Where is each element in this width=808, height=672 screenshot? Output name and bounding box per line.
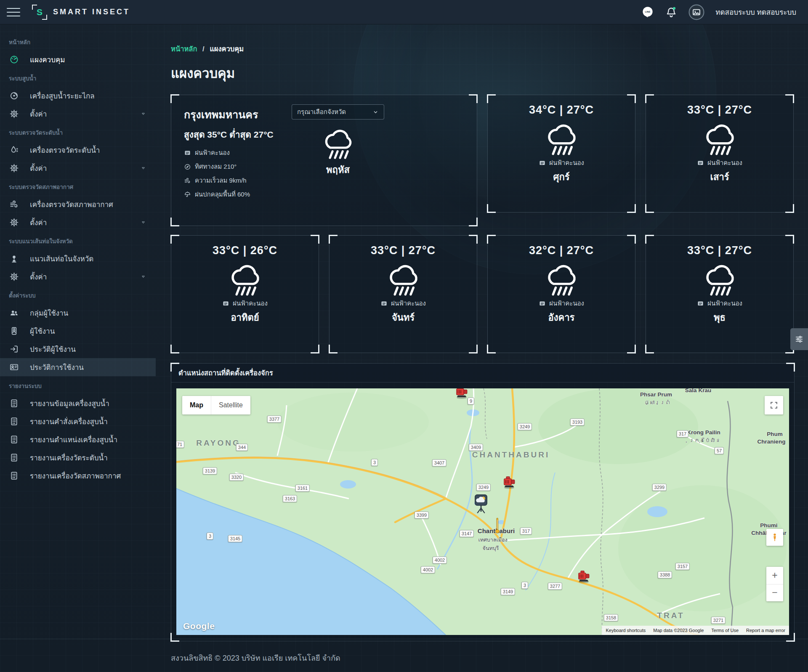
sidebar-item-label: รายงานตำแหน่งเครื่องสูบน้ำ [30,434,117,445]
map-button[interactable]: Map [182,396,211,414]
line-app-icon[interactable] [641,6,654,19]
pump-marker[interactable] [575,569,593,585]
map-place-label: Phumi [760,522,777,529]
compass-icon [184,163,191,170]
cloud-rain-icon [698,119,742,157]
satellite-button[interactable]: Satellite [211,396,250,414]
pump-icon [9,91,19,101]
road-number-badge: 4002 [433,557,447,564]
map-place-label: ក្រុងប៉ៃលិន [689,438,721,444]
pump-marker[interactable] [500,475,518,491]
map-panel-title: ตำแหน่งสถานที่ติดตั้งเครื่องจักร [171,364,794,382]
map-place-label: Phsar Prum [640,391,672,398]
map-place-label: Phum [767,431,783,437]
sidebar-item[interactable]: รายงานตำแหน่งเครื่องสูบน้ำ [0,430,156,449]
terms-of-use-link[interactable]: Terms of Use [707,628,742,633]
fullscreen-icon [769,401,779,410]
user-name: ทดสอบระบบ ทดสอบระบบ [715,6,796,18]
sidebar-item[interactable]: เครื่องตรวจวัดระดับน้ำ [0,141,156,159]
gear-icon [9,163,19,173]
road-number-badge: 3299 [652,484,667,491]
sidebar-item[interactable]: แผงควบคุม [0,50,156,69]
sidebar-item[interactable]: ประวัติการใช้งาน [0,358,156,376]
zoom-out-button[interactable]: − [766,584,783,602]
weather-marker[interactable] [472,494,490,516]
report-map-error-link[interactable]: Report a map error [742,628,789,633]
sidebar-item[interactable]: กลุ่มผู้ใช้งาน [0,304,156,322]
condition-line: ฝนฟ้าคะนอง [330,298,477,308]
gear-icon [9,218,19,227]
road-number-badge: 3377 [267,416,282,423]
pump-marker-icon [500,475,518,489]
chevron-down-icon [140,219,146,226]
road-number-badge: 4002 [421,566,435,574]
map-place-label: เทศบาลเมือง [478,536,507,544]
sidebar-nav: หน้าหลักแผงควบคุมระบบสูบน้ำเครื่องสูบน้ำ… [0,24,156,639]
map-place-label: Sala Krau [685,388,711,393]
level-marker[interactable] [494,517,500,537]
road-number-badge: 3 [371,459,378,466]
sidebar-item[interactable]: ผู้ใช้งาน [0,322,156,340]
map-place-label: Chranieng [758,438,786,445]
sidebar-item[interactable]: เครื่องสูบน้ำระยะไกล [0,87,156,105]
cloud-rain-icon [317,125,359,161]
notification-bell-icon[interactable] [665,6,678,19]
pump-marker-icon [453,388,470,399]
cloud-rain-icon [698,260,742,297]
panel-settings-tab[interactable] [790,328,808,350]
province-select[interactable]: กรุณาเลือกจังหวัด [292,104,384,120]
chevron-down-icon [140,274,146,280]
sidebar-item[interactable]: รายงานเครื่องวัดระดับน้ำ [0,449,156,467]
sidebar-item[interactable]: แนวเส้นท่อในจังหวัด [0,250,156,268]
cloud-rain-icon [223,260,267,297]
sidebar-item[interactable]: ตั้งค่า [0,213,156,231]
sidebar-section-header: ระบบตรวจวัดระดับน้ำ [0,123,156,141]
note-icon [697,300,704,307]
users-icon [9,308,19,318]
sidebar-item[interactable]: ตั้งค่า [0,159,156,177]
report-icon [9,471,19,481]
road-number-badge: 3 [207,533,213,540]
zoom-control: + − [766,567,783,601]
forecast-row-1: กรุงเทพมหานคร สูงสุด 35°C ต่ำสุด 27°C ฝน… [171,95,808,226]
pump-marker[interactable] [453,388,470,401]
keyboard-shortcuts-link[interactable]: Keyboard shortcuts [602,628,649,633]
sidebar-item-label: ผู้ใช้งาน [30,325,55,337]
note-icon [539,300,546,307]
road-number-badge: 3145 [228,535,242,542]
day-name: พฤหัส [292,162,384,177]
temperature-range: 33°C | 27°C [646,104,793,117]
sidebar-item[interactable]: รายงานคำสั่งเครื่องสูบน้ำ [0,412,156,430]
pegman-button[interactable] [766,529,783,546]
sidebar-item-label: รายงานเครื่องวัดระดับน้ำ [30,452,108,463]
breadcrumb-home-link[interactable]: หน้าหลัก [171,45,197,53]
google-logo[interactable]: Google [183,621,215,631]
google-map[interactable]: Map Satellite + − Google Keyboard shortc… [176,388,789,635]
temperature-range: 33°C | 27°C [330,244,477,257]
road-number-badge: 3139 [203,467,217,475]
today-card-right: กรุณาเลือกจังหวัด พฤหัส [292,104,384,177]
user-avatar[interactable] [688,4,704,20]
main-content: หน้าหลัก / แผงควบคุม แผงควบคุม กรุงเทพมห… [156,24,808,641]
sidebar-item-label: ประวัติการใช้งาน [30,361,84,373]
sidebar-item[interactable]: ตั้งค่า [0,105,156,123]
hamburger-menu-icon[interactable] [7,8,20,16]
sidebar-item-label: แนวเส้นท่อในจังหวัด [30,253,93,264]
zoom-in-button[interactable]: + [766,567,783,584]
temperature-range: 33°C | 27°C [646,244,793,257]
sidebar-item[interactable]: รายงานเครื่องวัดสภาพอากาศ [0,467,156,485]
gear-icon [9,272,19,282]
sidebar-item[interactable]: รายงานข้อมูลเครื่องสูบน้ำ [0,394,156,412]
sidebar-item[interactable]: ประวัติผู้ใช้งาน [0,340,156,358]
fullscreen-button[interactable] [765,396,783,414]
note-icon [539,159,546,167]
signin-icon [9,344,19,354]
road-number-badge: 3277 [548,583,562,590]
day-name: อังคาร [488,310,635,325]
sidebar-section-header: ระบบแนวเส้นท่อในจังหวัด [0,231,156,250]
sidebar-item-label: เครื่องตรวจวัดสภาพอากาศ [30,199,113,210]
note-icon [222,300,229,307]
map-place-label: ផ្សារព្រំ [644,400,671,406]
sidebar-item[interactable]: ตั้งค่า [0,268,156,286]
sidebar-item[interactable]: เครื่องตรวจวัดสภาพอากาศ [0,195,156,213]
